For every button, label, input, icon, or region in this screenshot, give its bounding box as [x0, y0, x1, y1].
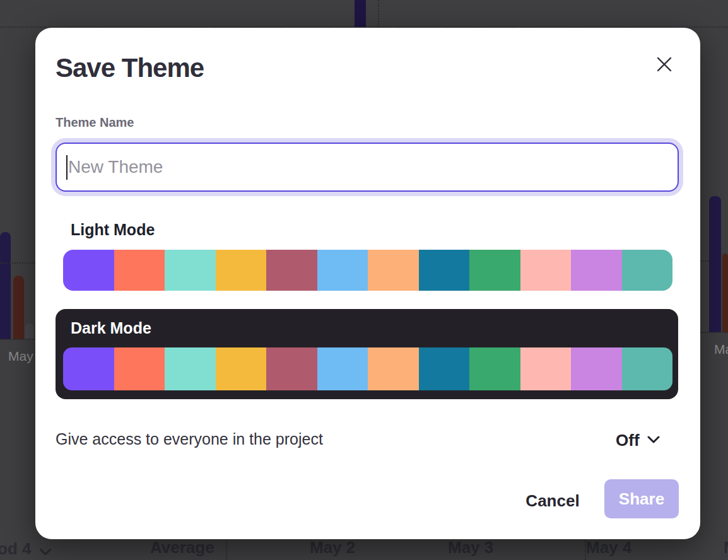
gridline	[0, 262, 36, 264]
dark-mode-label: Dark Mode	[71, 319, 151, 337]
color-swatch	[266, 347, 317, 390]
x-axis-label: May	[8, 349, 33, 364]
light-mode-label: Light Mode	[71, 221, 155, 239]
chart-bar	[0, 232, 11, 339]
column-header-may4: May 4	[586, 538, 631, 557]
color-swatch	[114, 347, 165, 390]
color-swatch	[63, 250, 114, 291]
color-swatch	[622, 347, 673, 390]
color-swatch	[266, 250, 317, 291]
cancel-button[interactable]: Cancel	[515, 487, 590, 515]
close-icon	[656, 56, 672, 74]
access-label: Give access to everyone in the project	[56, 430, 323, 448]
chart-bar	[25, 324, 33, 339]
color-swatch	[165, 250, 216, 291]
color-swatch	[317, 347, 368, 390]
x-axis-label: Ma	[714, 342, 728, 357]
light-mode-palette	[63, 250, 672, 291]
column-header-may5-partial: M	[724, 538, 728, 557]
dialog-title: Save Theme	[56, 53, 204, 83]
column-header-average: Average	[150, 538, 214, 557]
chart-bar	[13, 276, 24, 339]
color-swatch	[165, 347, 216, 390]
color-swatch	[216, 250, 267, 291]
color-swatch	[63, 347, 114, 390]
save-theme-dialog: Save Theme Theme Name Light Mode Dark Mo…	[35, 28, 700, 539]
column-header-may2: May 2	[310, 538, 355, 557]
access-dropdown-value: Off	[616, 431, 640, 450]
color-swatch	[216, 347, 267, 390]
period-selector-label: od 4	[0, 539, 31, 559]
chevron-down-icon	[647, 436, 660, 445]
color-swatch	[317, 250, 368, 291]
text-cursor	[66, 155, 68, 180]
color-swatch	[114, 250, 165, 291]
color-swatch	[571, 347, 622, 390]
chart-bar	[722, 254, 728, 332]
color-swatch	[571, 250, 622, 291]
color-swatch	[419, 250, 470, 291]
dark-mode-palette	[63, 347, 672, 390]
color-swatch	[368, 347, 419, 390]
chart-bar	[355, 0, 366, 27]
color-swatch	[520, 250, 572, 291]
color-swatch	[622, 250, 673, 291]
chart-bar	[709, 196, 721, 332]
color-swatch	[469, 250, 520, 291]
color-swatch	[469, 347, 520, 390]
dark-mode-preview: Dark Mode	[56, 309, 678, 399]
gridline	[378, 0, 379, 27]
chevron-down-icon	[40, 540, 51, 560]
gridline	[700, 260, 709, 262]
axis-line	[700, 332, 728, 333]
color-swatch	[419, 347, 470, 390]
color-swatch	[520, 347, 572, 390]
color-swatch	[368, 250, 419, 291]
close-button[interactable]	[650, 51, 678, 79]
column-header-may3: May 3	[448, 538, 493, 557]
share-button[interactable]: Share	[604, 479, 679, 518]
theme-name-input[interactable]	[56, 143, 679, 192]
theme-name-label: Theme Name	[56, 115, 134, 130]
access-dropdown[interactable]: Off	[616, 428, 660, 453]
axis-line	[0, 339, 36, 340]
period-selector[interactable]: od 4	[0, 538, 51, 560]
